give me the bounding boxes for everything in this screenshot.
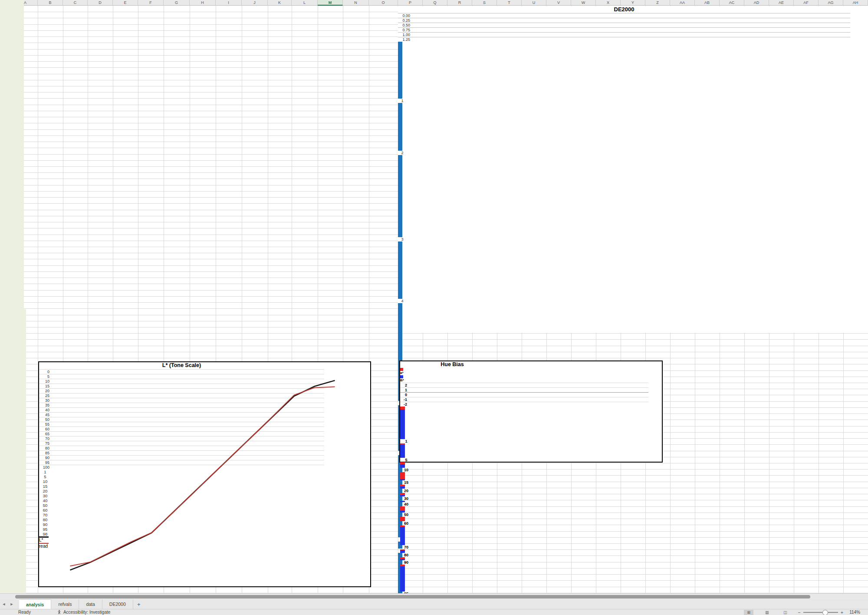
- hue-bias-bar: [400, 407, 405, 410]
- tab-data[interactable]: data: [79, 599, 102, 609]
- gridline: [398, 37, 850, 37]
- excel-workbook: ABCDEFGHIJKLMNOPQRSTUVWXYZAAABACADAEAFAG…: [0, 0, 868, 615]
- status-bar: Ready Accessibility: Investigate ⊞ ▥ ◫ −…: [0, 609, 868, 615]
- tab-analysis-label: analysis: [26, 602, 44, 607]
- x-axis-tick-label: 20: [400, 489, 412, 493]
- zoom-out-button[interactable]: −: [798, 610, 800, 615]
- page-break-view-icon[interactable]: ◫: [780, 610, 790, 615]
- tab-de2000-label: DE2000: [109, 602, 126, 607]
- gridline: [398, 27, 850, 28]
- sheet-tabs-bar: ◄ ► analysis refvals data DE2000 +: [0, 599, 868, 609]
- hue-bias-bar: [400, 445, 405, 458]
- spacer-column-fill: [0, 0, 24, 309]
- zoom-in-button[interactable]: +: [841, 610, 843, 615]
- y-axis-tick-label: 0.25: [398, 18, 410, 23]
- de2000-bar: [398, 42, 402, 99]
- normal-view-icon[interactable]: ⊞: [744, 610, 753, 615]
- hue-bias-bar: [400, 410, 405, 439]
- gridline: [398, 23, 850, 23]
- accessibility-status[interactable]: Accessibility: Investigate: [63, 610, 110, 615]
- hue-bias-bar: [400, 566, 405, 592]
- hue-bias-bar: [400, 506, 405, 511]
- x-axis-tick-label: 1: [398, 99, 407, 103]
- accessibility-icon: [57, 610, 62, 615]
- y-axis-tick-label: -2: [400, 402, 407, 407]
- y-axis-tick-label: 0.50: [398, 23, 410, 27]
- zoom-slider-thumb[interactable]: [822, 610, 828, 615]
- tab-nav-next-icon[interactable]: ►: [8, 599, 16, 609]
- gridline: [398, 18, 850, 18]
- status-ready: Ready: [18, 610, 31, 615]
- hue-bias-bar: [400, 527, 405, 545]
- tab-data-label: data: [86, 602, 95, 607]
- horizontal-scrollbar-thumb[interactable]: [15, 595, 810, 598]
- gridline: [398, 32, 850, 33]
- chart-title: DE2000: [398, 6, 850, 13]
- de76-column-fill: [0, 309, 26, 594]
- gridline: [400, 392, 648, 393]
- hue-bias-bar: [400, 472, 405, 479]
- gridline: [400, 383, 648, 383]
- horizontal-scrollbar[interactable]: [0, 593, 868, 599]
- legend-label: a*: [400, 371, 409, 375]
- y-axis-tick-label: 1.00: [398, 33, 410, 37]
- x-axis-tick-label: 4: [398, 299, 407, 303]
- y-axis-tick-label: 1: [400, 388, 407, 392]
- gridline: [400, 397, 648, 397]
- tab-analysis[interactable]: analysis: [19, 599, 51, 609]
- x-axis-tick-label: 50: [400, 512, 412, 517]
- zoom-level[interactable]: 114%: [849, 610, 860, 615]
- x-axis-tick-label: 70: [400, 545, 412, 549]
- x-axis-tick-label: 10: [400, 468, 412, 472]
- x-axis-tick-label: 30: [400, 496, 412, 501]
- y-axis-tick-label: 2: [400, 383, 407, 387]
- y-axis-tick-label: 0: [400, 393, 407, 397]
- add-sheet-button[interactable]: +: [133, 599, 145, 609]
- x-axis-tick-label: 5: [400, 458, 412, 462]
- tab-refvals[interactable]: refvals: [51, 599, 79, 609]
- legend-swatch: [400, 375, 403, 378]
- page-layout-view-icon[interactable]: ▥: [762, 610, 772, 615]
- x-axis-tick-label: 40: [400, 502, 412, 506]
- legend-label: B*: [400, 378, 409, 383]
- legend-swatch: [400, 368, 403, 371]
- de2000-bar: [398, 241, 402, 298]
- tone-scale-lines: [39, 362, 370, 586]
- tab-refvals-label: refvals: [58, 602, 72, 607]
- de2000-bar: [398, 155, 402, 237]
- de2000-bar: [398, 103, 402, 151]
- x-axis-tick-label: 15: [400, 480, 412, 485]
- chart-title: Hue Bias: [400, 361, 504, 368]
- tone-scale-chart[interactable]: L* (Tone Scale)0510152025303540455055606…: [38, 361, 371, 587]
- hue-bias-bar: [400, 517, 405, 522]
- y-axis-tick-label: 1.25: [398, 37, 410, 42]
- zoom-slider[interactable]: [803, 612, 838, 613]
- x-axis-tick-label: 80: [400, 553, 412, 557]
- x-axis-tick-label: 2: [398, 151, 407, 155]
- y-axis-tick-label: -1: [400, 397, 407, 402]
- gridline: [400, 387, 648, 388]
- y-axis-tick-label: 0.00: [398, 13, 410, 18]
- tab-nav-prev-icon[interactable]: ◄: [0, 599, 8, 609]
- tab-de2000[interactable]: DE2000: [102, 599, 133, 609]
- x-axis-tick-label: 90: [400, 560, 412, 565]
- gridline: [398, 13, 850, 13]
- gridline: [400, 402, 648, 402]
- x-axis-tick-label: 1: [400, 439, 412, 443]
- y-axis-tick-label: 0.75: [398, 28, 410, 32]
- hue-bias-chart[interactable]: Hue Biasa*B*210-1-2151015203040506070809…: [399, 360, 663, 463]
- hue-bias-bar: [400, 464, 405, 468]
- de2000-chart[interactable]: DE20000.000.250.500.751.001.251234567891…: [398, 6, 868, 333]
- x-axis-tick-label: 60: [400, 521, 412, 526]
- x-axis-tick-label: 3: [398, 237, 407, 241]
